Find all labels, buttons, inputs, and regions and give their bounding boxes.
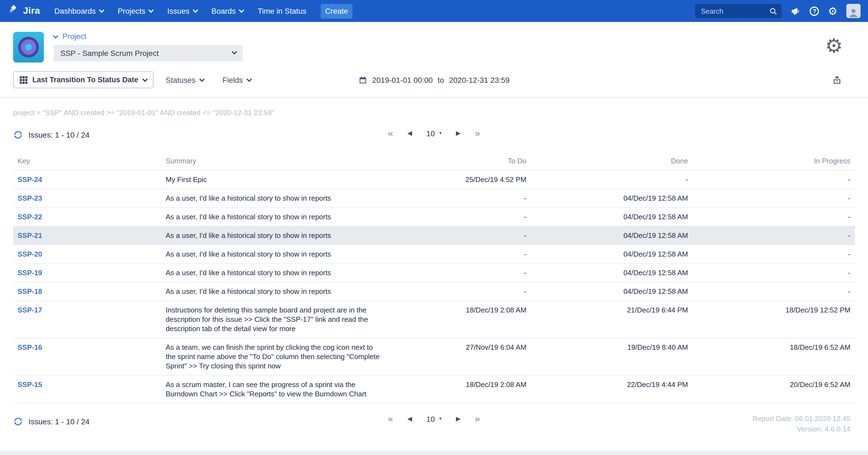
pagination-bottom: « ◀ 10 ▾ ▶ » — [388, 414, 480, 423]
prev-page-button[interactable]: ◀ — [407, 416, 412, 422]
issue-key-link[interactable]: SSP-19 — [18, 269, 42, 277]
inprogress-value: - — [692, 170, 855, 189]
calendar-icon — [359, 75, 367, 84]
page-size-select[interactable]: 10 ▾ — [426, 415, 441, 423]
inprogress-value: - — [692, 189, 855, 208]
project-avatar — [13, 32, 44, 62]
table-row: SSP-16 As a team, we can finish the spri… — [13, 338, 855, 375]
table-row: SSP-20 As a user, I'd like a historical … — [13, 245, 855, 264]
help-icon[interactable]: ? — [810, 6, 819, 16]
date-to[interactable]: 2020-12-31 23:59 — [449, 75, 509, 84]
project-section-label: Project — [62, 32, 86, 40]
table-header-row: Key Summary To Do Done In Progress — [13, 152, 855, 170]
project-select[interactable]: SSP - Sample Scrum Project — [54, 45, 243, 61]
inprogress-value: 20/Dec/19 6:52 AM — [692, 375, 855, 403]
todo-value: 25/Dec/19 4:52 PM — [385, 170, 531, 189]
nav-time-in-status[interactable]: Time in Status — [258, 7, 306, 16]
issue-key-link[interactable]: SSP-16 — [18, 343, 42, 352]
issue-summary: Instructions for deleting this sample bo… — [161, 301, 385, 338]
search-input[interactable] — [695, 4, 782, 18]
todo-value: 18/Dec/19 2:08 AM — [385, 301, 531, 338]
report-header: Project SSP - Sample Scrum Project ⚙ Las… — [0, 22, 868, 98]
group-by-button[interactable]: Last Transition To Status Date — [13, 71, 154, 88]
done-value: 22/Dec/19 4:44 PM — [531, 375, 692, 403]
issue-key-link[interactable]: SSP-23 — [18, 194, 42, 202]
settings-icon[interactable]: ⚙ — [828, 6, 837, 16]
chevron-down-icon — [239, 7, 244, 12]
issue-key-link[interactable]: SSP-21 — [18, 231, 42, 240]
table-row: SSP-22 As a user, I'd like a historical … — [13, 208, 855, 226]
issue-key-link[interactable]: SSP-20 — [18, 250, 42, 258]
last-page-button[interactable]: » — [475, 414, 480, 423]
done-value: 04/Dec/19 12:58 AM — [531, 245, 692, 264]
nav-issues[interactable]: Issues — [167, 7, 197, 16]
issue-key-link[interactable]: SSP-18 — [18, 287, 42, 296]
page-size-value: 10 — [426, 129, 435, 137]
table-row: SSP-19 As a user, I'd like a historical … — [13, 264, 855, 282]
export-icon[interactable] — [832, 75, 842, 85]
todo-value: - — [385, 282, 531, 301]
todo-value: - — [385, 189, 531, 208]
done-value: 04/Dec/19 12:58 AM — [531, 189, 692, 208]
todo-value: 18/Dec/19 2:08 AM — [385, 375, 531, 403]
jira-logo[interactable]: Jira — [8, 4, 40, 18]
user-avatar[interactable] — [846, 4, 860, 18]
fields-dropdown[interactable]: Fields — [222, 75, 251, 84]
issue-key-link[interactable]: SSP-22 — [18, 213, 42, 221]
plugin-version: Version: 4.6.0.14 — [753, 424, 850, 434]
jira-logo-icon — [8, 4, 20, 18]
first-page-button[interactable]: « — [388, 414, 393, 423]
issue-summary: As a user, I'd like a historical story t… — [161, 245, 385, 264]
done-value: - — [531, 170, 692, 189]
done-value: 21/Dec/19 6:44 PM — [531, 301, 692, 338]
nav-projects[interactable]: Projects — [118, 7, 153, 16]
filter-left-group: Last Transition To Status Date Statuses … — [13, 71, 359, 88]
top-navbar: Jira Dashboards Projects Issues Boards T… — [0, 0, 868, 22]
issues-bar-top: Issues: 1 - 10 / 24 « ◀ 10 ▾ ▶ » — [0, 119, 868, 145]
project-meta: Project SSP - Sample Scrum Project — [54, 32, 243, 61]
jira-wordmark: Jira — [23, 5, 40, 17]
prev-page-button[interactable]: ◀ — [407, 130, 412, 136]
filter-right-group — [509, 75, 855, 85]
issue-key-link[interactable]: SSP-15 — [18, 381, 42, 389]
last-page-button[interactable]: » — [475, 128, 480, 138]
pagination-top: « ◀ 10 ▾ ▶ » — [388, 128, 480, 138]
nav-dashboards[interactable]: Dashboards — [54, 7, 103, 16]
announcement-icon[interactable] — [791, 6, 801, 16]
table-row: SSP-18 As a user, I'd like a historical … — [13, 282, 855, 301]
page-size-select[interactable]: 10 ▾ — [426, 129, 441, 137]
date-from[interactable]: 2019-01-01 00:00 — [372, 75, 433, 84]
col-summary: Summary — [161, 152, 385, 170]
issue-summary: As a scrum master, I can see the progres… — [161, 375, 385, 403]
next-page-button[interactable]: ▶ — [456, 416, 461, 422]
chevron-down-icon — [143, 76, 148, 82]
report-info: Report Date: 06.01.2020 12:45 Version: 4… — [753, 413, 850, 434]
inprogress-value: - — [692, 282, 855, 301]
refresh-icon[interactable] — [13, 417, 23, 426]
filter-bar: Last Transition To Status Date Statuses … — [0, 69, 868, 97]
nav-boards[interactable]: Boards — [211, 7, 243, 16]
settings-gear-icon[interactable]: ⚙ — [825, 36, 843, 56]
grid-icon — [20, 76, 27, 84]
inprogress-value: - — [692, 208, 855, 226]
main-nav: Dashboards Projects Issues Boards Time i… — [54, 7, 306, 16]
next-page-button[interactable]: ▶ — [456, 130, 461, 136]
refresh-icon[interactable] — [13, 130, 23, 140]
person-icon — [848, 7, 859, 18]
issue-key-link[interactable]: SSP-17 — [18, 306, 42, 314]
chevron-down-icon — [53, 33, 58, 38]
chevron-down-icon — [199, 76, 205, 82]
statuses-dropdown[interactable]: Statuses — [166, 75, 204, 84]
create-button[interactable]: Create — [321, 4, 352, 18]
date-to-label: to — [438, 75, 444, 84]
todo-value: - — [385, 264, 531, 282]
project-section-toggle[interactable]: Project — [54, 32, 243, 40]
issue-summary: My First Epic — [161, 170, 385, 189]
project-bar: Project SSP - Sample Scrum Project ⚙ — [0, 22, 868, 69]
table-row: SSP-24 My First Epic 25/Dec/19 4:52 PM -… — [13, 170, 855, 189]
issue-key-link[interactable]: SSP-24 — [18, 175, 42, 184]
jql-query: project = "SSP" AND created >= "2019-01-… — [0, 98, 868, 119]
date-range-picker[interactable]: 2019-01-01 00:00 to 2020-12-31 23:59 — [359, 75, 510, 84]
project-select-value: SSP - Sample Scrum Project — [60, 49, 159, 58]
first-page-button[interactable]: « — [388, 128, 393, 138]
